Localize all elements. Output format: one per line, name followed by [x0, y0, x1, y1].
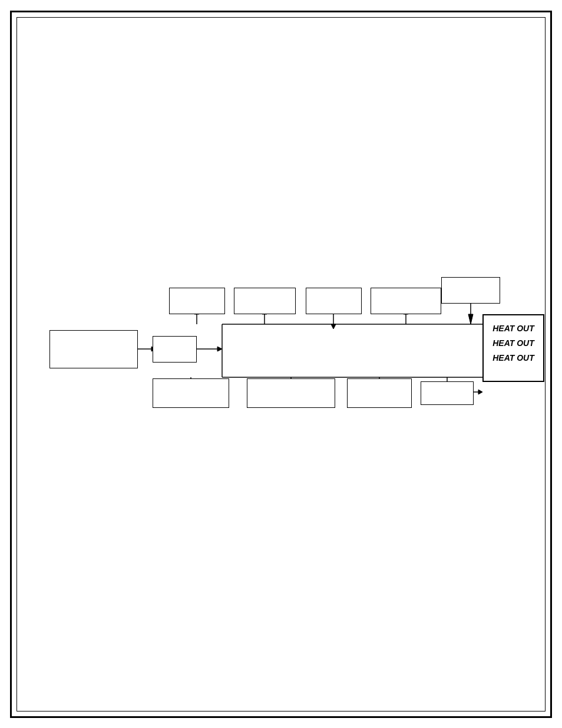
svg-marker-15: [468, 314, 473, 324]
svg-marker-11: [331, 324, 336, 329]
box-left-small: [153, 336, 197, 363]
box-bottom-3: [347, 378, 412, 408]
diagram-area: HEAT OUT HEAT OUT HEAT OUT: [17, 18, 545, 711]
heat-out-line-3: HEAT OUT: [492, 353, 534, 363]
box-top-1: [169, 288, 225, 314]
page-outer: HEAT OUT HEAT OUT HEAT OUT: [10, 11, 552, 718]
heat-out-line-1: HEAT OUT: [492, 324, 534, 333]
box-bottom-4: [421, 381, 474, 405]
page-inner: HEAT OUT HEAT OUT HEAT OUT: [16, 17, 546, 711]
box-left-large: [49, 330, 138, 368]
heat-out-box: HEAT OUT HEAT OUT HEAT OUT: [482, 314, 544, 382]
heat-out-label: HEAT OUT HEAT OUT HEAT OUT: [484, 315, 543, 372]
heat-out-line-2: HEAT OUT: [492, 338, 534, 348]
box-bottom-2: [247, 378, 335, 408]
box-top-5: [441, 277, 500, 304]
box-top-4: [371, 288, 441, 314]
svg-marker-27: [478, 390, 482, 394]
svg-marker-3: [217, 347, 222, 351]
box-top-3: [306, 288, 362, 314]
box-top-2: [234, 288, 296, 314]
box-bottom-1: [153, 378, 229, 408]
